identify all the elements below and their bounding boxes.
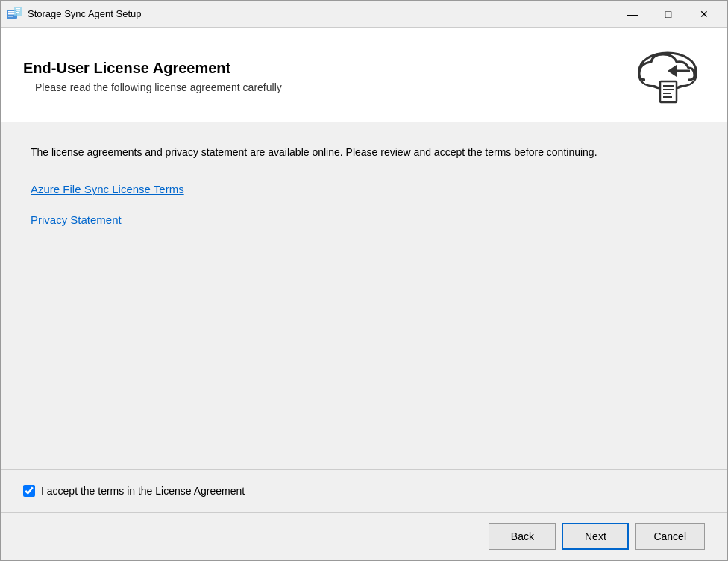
privacy-statement-link[interactable]: Privacy Statement	[31, 213, 697, 226]
accept-terms-text: I accept the terms in the License Agreem…	[41, 485, 245, 497]
minimize-button[interactable]: —	[615, 3, 650, 25]
cloud-document-icon	[630, 43, 705, 110]
header-section: End-User License Agreement Please read t…	[1, 28, 727, 122]
close-button[interactable]: ✕	[687, 3, 721, 25]
svg-rect-17	[663, 85, 674, 87]
maximize-button[interactable]: □	[651, 3, 685, 25]
footer-section: Back Next Cancel	[1, 512, 727, 560]
accept-terms-checkbox[interactable]	[23, 485, 35, 497]
license-terms-link[interactable]: Azure File Sync License Terms	[31, 183, 697, 195]
svg-rect-3	[8, 16, 13, 17]
svg-rect-20	[663, 96, 672, 98]
window-controls: — □ ✕	[615, 3, 721, 25]
cancel-button[interactable]: Cancel	[635, 523, 705, 550]
accept-terms-label[interactable]: I accept the terms in the License Agreem…	[23, 485, 245, 497]
svg-rect-6	[16, 10, 20, 10]
svg-rect-19	[663, 93, 671, 94]
back-button[interactable]: Back	[489, 523, 556, 550]
app-icon	[7, 7, 22, 22]
content-area: End-User License Agreement Please read t…	[1, 28, 727, 560]
header-text-block: End-User License Agreement Please read t…	[23, 60, 282, 93]
svg-rect-5	[16, 8, 20, 9]
next-button[interactable]: Next	[562, 523, 629, 550]
checkbox-section: I accept the terms in the License Agreem…	[1, 469, 727, 512]
svg-rect-4	[14, 7, 22, 16]
setup-window: Storage Sync Agent Setup — □ ✕ End-User …	[0, 0, 728, 561]
svg-rect-18	[663, 89, 674, 90]
svg-rect-7	[16, 12, 19, 13]
spacer	[31, 244, 697, 447]
dialog-subtitle: Please read the following license agreem…	[35, 81, 282, 93]
title-bar: Storage Sync Agent Setup — □ ✕	[1, 1, 727, 28]
dialog-title: End-User License Agreement	[23, 60, 282, 77]
svg-rect-16	[660, 81, 677, 102]
window-title: Storage Sync Agent Setup	[28, 8, 615, 19]
description-text: The license agreements and privacy state…	[31, 145, 697, 160]
main-section: The license agreements and privacy state…	[1, 122, 727, 469]
